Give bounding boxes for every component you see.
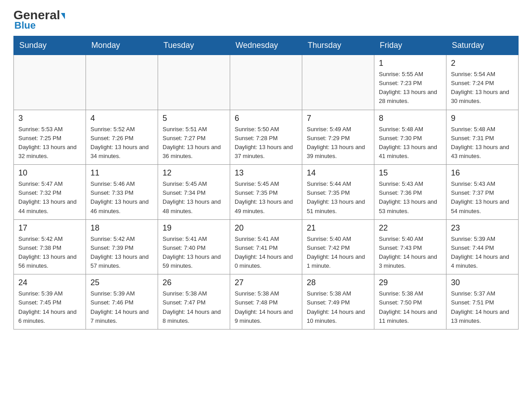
- calendar-cell: 17Sunrise: 5:42 AM Sunset: 7:38 PM Dayli…: [14, 219, 86, 274]
- day-number: 4: [90, 114, 153, 123]
- day-number: 15: [379, 168, 442, 178]
- calendar-cell: 24Sunrise: 5:39 AM Sunset: 7:45 PM Dayli…: [14, 274, 86, 330]
- days-of-week-row: SundayMondayTuesdayWednesdayThursdayFrid…: [14, 36, 519, 55]
- day-info: Sunrise: 5:43 AM Sunset: 7:37 PM Dayligh…: [451, 180, 514, 216]
- day-number: 14: [307, 168, 369, 178]
- day-info: Sunrise: 5:48 AM Sunset: 7:31 PM Dayligh…: [451, 125, 514, 161]
- day-number: 23: [451, 223, 514, 233]
- day-number: 1: [379, 59, 442, 68]
- week-row-2: 3Sunrise: 5:53 AM Sunset: 7:25 PM Daylig…: [14, 110, 519, 165]
- week-row-1: 1Sunrise: 5:55 AM Sunset: 7:23 PM Daylig…: [14, 55, 519, 110]
- day-number: 16: [451, 168, 514, 178]
- day-header-friday: Friday: [374, 36, 446, 55]
- day-number: 8: [379, 114, 442, 123]
- day-number: 11: [90, 168, 153, 178]
- calendar-cell: 12Sunrise: 5:45 AM Sunset: 7:34 PM Dayli…: [158, 165, 230, 220]
- day-header-thursday: Thursday: [302, 36, 374, 55]
- calendar-cell: 16Sunrise: 5:43 AM Sunset: 7:37 PM Dayli…: [446, 165, 519, 220]
- day-info: Sunrise: 5:39 AM Sunset: 7:44 PM Dayligh…: [451, 235, 514, 271]
- day-info: Sunrise: 5:41 AM Sunset: 7:41 PM Dayligh…: [235, 235, 297, 271]
- day-info: Sunrise: 5:39 AM Sunset: 7:46 PM Dayligh…: [90, 289, 153, 325]
- day-info: Sunrise: 5:55 AM Sunset: 7:23 PM Dayligh…: [379, 70, 442, 106]
- day-info: Sunrise: 5:52 AM Sunset: 7:26 PM Dayligh…: [90, 125, 153, 161]
- day-info: Sunrise: 5:46 AM Sunset: 7:33 PM Dayligh…: [90, 180, 153, 216]
- day-number: 27: [235, 278, 297, 287]
- day-info: Sunrise: 5:39 AM Sunset: 7:45 PM Dayligh…: [18, 289, 81, 325]
- day-number: 25: [90, 278, 153, 287]
- day-number: 24: [18, 278, 81, 287]
- day-header-saturday: Saturday: [446, 36, 519, 55]
- day-info: Sunrise: 5:45 AM Sunset: 7:35 PM Dayligh…: [235, 180, 297, 216]
- calendar-cell: 11Sunrise: 5:46 AM Sunset: 7:33 PM Dayli…: [86, 165, 158, 220]
- calendar-cell: 23Sunrise: 5:39 AM Sunset: 7:44 PM Dayli…: [446, 219, 519, 274]
- day-header-tuesday: Tuesday: [158, 36, 230, 55]
- calendar-cell: 28Sunrise: 5:38 AM Sunset: 7:49 PM Dayli…: [302, 274, 374, 330]
- day-info: Sunrise: 5:42 AM Sunset: 7:38 PM Dayligh…: [18, 235, 81, 271]
- day-header-sunday: Sunday: [14, 36, 86, 55]
- week-row-5: 24Sunrise: 5:39 AM Sunset: 7:45 PM Dayli…: [14, 274, 519, 330]
- day-info: Sunrise: 5:50 AM Sunset: 7:28 PM Dayligh…: [235, 125, 297, 161]
- day-info: Sunrise: 5:40 AM Sunset: 7:42 PM Dayligh…: [307, 235, 369, 271]
- week-row-4: 17Sunrise: 5:42 AM Sunset: 7:38 PM Dayli…: [14, 219, 519, 274]
- day-info: Sunrise: 5:49 AM Sunset: 7:29 PM Dayligh…: [307, 125, 369, 161]
- calendar-cell: 19Sunrise: 5:41 AM Sunset: 7:40 PM Dayli…: [158, 219, 230, 274]
- day-number: 10: [18, 168, 81, 178]
- calendar-header: SundayMondayTuesdayWednesdayThursdayFrid…: [14, 36, 519, 55]
- logo-triangle-icon: [61, 13, 65, 19]
- day-number: 30: [451, 278, 514, 287]
- day-info: Sunrise: 5:53 AM Sunset: 7:25 PM Dayligh…: [18, 125, 81, 161]
- day-number: 6: [235, 114, 297, 123]
- day-info: Sunrise: 5:54 AM Sunset: 7:24 PM Dayligh…: [451, 70, 514, 106]
- day-number: 5: [163, 114, 225, 123]
- calendar-cell: 10Sunrise: 5:47 AM Sunset: 7:32 PM Dayli…: [14, 165, 86, 220]
- day-info: Sunrise: 5:45 AM Sunset: 7:34 PM Dayligh…: [163, 180, 225, 216]
- day-info: Sunrise: 5:38 AM Sunset: 7:49 PM Dayligh…: [307, 289, 369, 325]
- calendar-cell: 6Sunrise: 5:50 AM Sunset: 7:28 PM Daylig…: [230, 110, 302, 165]
- day-number: 17: [18, 223, 81, 233]
- calendar-cell: [14, 55, 86, 110]
- calendar-cell: 4Sunrise: 5:52 AM Sunset: 7:26 PM Daylig…: [86, 110, 158, 165]
- day-info: Sunrise: 5:48 AM Sunset: 7:30 PM Dayligh…: [379, 125, 442, 161]
- day-header-wednesday: Wednesday: [230, 36, 302, 55]
- calendar-cell: 29Sunrise: 5:38 AM Sunset: 7:50 PM Dayli…: [374, 274, 446, 330]
- calendar-cell: 1Sunrise: 5:55 AM Sunset: 7:23 PM Daylig…: [374, 55, 446, 110]
- day-info: Sunrise: 5:43 AM Sunset: 7:36 PM Dayligh…: [379, 180, 442, 216]
- day-number: 22: [379, 223, 442, 233]
- calendar-cell: 8Sunrise: 5:48 AM Sunset: 7:30 PM Daylig…: [374, 110, 446, 165]
- logo: General Blue: [13, 9, 65, 31]
- calendar-cell: 30Sunrise: 5:37 AM Sunset: 7:51 PM Dayli…: [446, 274, 519, 330]
- day-info: Sunrise: 5:38 AM Sunset: 7:48 PM Dayligh…: [235, 289, 297, 325]
- calendar-cell: 22Sunrise: 5:40 AM Sunset: 7:43 PM Dayli…: [374, 219, 446, 274]
- calendar-cell: 3Sunrise: 5:53 AM Sunset: 7:25 PM Daylig…: [14, 110, 86, 165]
- day-number: 13: [235, 168, 297, 178]
- calendar-cell: 13Sunrise: 5:45 AM Sunset: 7:35 PM Dayli…: [230, 165, 302, 220]
- calendar-table: SundayMondayTuesdayWednesdayThursdayFrid…: [13, 36, 519, 330]
- calendar-cell: [86, 55, 158, 110]
- day-number: 26: [163, 278, 225, 287]
- calendar-cell: 26Sunrise: 5:38 AM Sunset: 7:47 PM Dayli…: [158, 274, 230, 330]
- day-info: Sunrise: 5:40 AM Sunset: 7:43 PM Dayligh…: [379, 235, 442, 271]
- calendar-cell: 2Sunrise: 5:54 AM Sunset: 7:24 PM Daylig…: [446, 55, 519, 110]
- calendar-cell: 14Sunrise: 5:44 AM Sunset: 7:35 PM Dayli…: [302, 165, 374, 220]
- day-info: Sunrise: 5:38 AM Sunset: 7:47 PM Dayligh…: [163, 289, 225, 325]
- day-number: 18: [90, 223, 153, 233]
- day-number: 20: [235, 223, 297, 233]
- calendar-cell: [302, 55, 374, 110]
- day-number: 12: [163, 168, 225, 178]
- day-info: Sunrise: 5:37 AM Sunset: 7:51 PM Dayligh…: [451, 289, 514, 325]
- week-row-3: 10Sunrise: 5:47 AM Sunset: 7:32 PM Dayli…: [14, 165, 519, 220]
- day-number: 9: [451, 114, 514, 123]
- day-header-monday: Monday: [86, 36, 158, 55]
- calendar-body: 1Sunrise: 5:55 AM Sunset: 7:23 PM Daylig…: [14, 55, 519, 330]
- day-number: 7: [307, 114, 369, 123]
- day-number: 2: [451, 59, 514, 68]
- calendar-cell: [230, 55, 302, 110]
- day-info: Sunrise: 5:44 AM Sunset: 7:35 PM Dayligh…: [307, 180, 369, 216]
- day-number: 21: [307, 223, 369, 233]
- calendar-cell: 25Sunrise: 5:39 AM Sunset: 7:46 PM Dayli…: [86, 274, 158, 330]
- calendar-cell: 20Sunrise: 5:41 AM Sunset: 7:41 PM Dayli…: [230, 219, 302, 274]
- day-number: 28: [307, 278, 369, 287]
- day-info: Sunrise: 5:38 AM Sunset: 7:50 PM Dayligh…: [379, 289, 442, 325]
- calendar-cell: 15Sunrise: 5:43 AM Sunset: 7:36 PM Dayli…: [374, 165, 446, 220]
- calendar-cell: 21Sunrise: 5:40 AM Sunset: 7:42 PM Dayli…: [302, 219, 374, 274]
